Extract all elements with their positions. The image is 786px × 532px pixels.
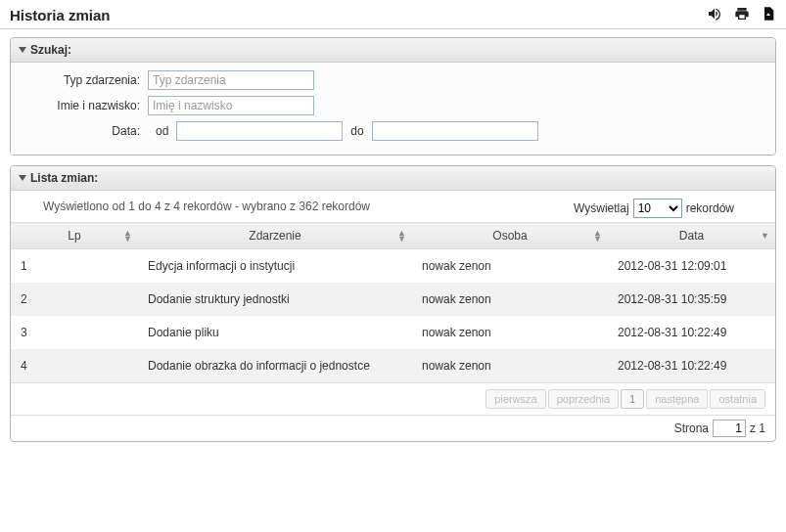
- cell-date: 2012-08-31 10:22:49: [608, 349, 775, 382]
- cell-event: Dodanie pliku: [138, 316, 412, 349]
- page-header: Historia zmian: [0, 0, 786, 29]
- cell-lp: 3: [11, 316, 138, 349]
- cell-person: nowak zenon: [412, 349, 608, 382]
- search-panel: Szukaj: Typ zdarzenia: Imie i nazwisko: …: [10, 37, 776, 155]
- page-info: Strona z 1: [11, 415, 775, 441]
- pager-next[interactable]: następna: [646, 389, 708, 409]
- sort-icon: ▲▼: [397, 230, 406, 243]
- sort-icon: ▲▼: [593, 230, 602, 243]
- page-size-control: Wyświetlaj 10 rekordów: [574, 199, 763, 218]
- event-type-input[interactable]: [148, 70, 314, 90]
- pager-prev[interactable]: poprzednia: [548, 389, 619, 409]
- print-icon[interactable]: [733, 6, 751, 24]
- date-from-input[interactable]: [176, 121, 343, 141]
- date-to-input[interactable]: [372, 121, 538, 141]
- page-info-prefix: Strona: [674, 421, 709, 435]
- pager-last[interactable]: ostatnia: [710, 389, 765, 409]
- sort-desc-icon: ▼: [761, 231, 769, 241]
- page-title: Historia zmian: [10, 7, 111, 23]
- collapse-icon: [19, 175, 26, 181]
- list-panel-header[interactable]: Lista zmian:: [11, 166, 775, 191]
- pdf-icon[interactable]: [761, 6, 776, 24]
- page-info-suffix: z 1: [750, 421, 765, 435]
- list-panel: Lista zmian: Wyświetlono od 1 do 4 z 4 r…: [10, 165, 776, 442]
- name-label: Imie i nazwisko:: [21, 99, 148, 112]
- cell-lp: 4: [11, 349, 138, 382]
- changes-table: Lp ▲▼ Zdarzenie ▲▼ Osoba ▲▼ Data: [11, 222, 775, 382]
- page-size-suffix: rekordów: [686, 201, 734, 215]
- page-size-prefix: Wyświetlaj: [574, 201, 629, 215]
- cell-lp: 2: [11, 283, 138, 316]
- header-actions: [706, 6, 776, 24]
- cell-date: 2012-08-31 10:22:49: [608, 316, 775, 349]
- table-row: 1Edycja informacji o instytucjinowak zen…: [11, 249, 775, 284]
- records-info: Wyświetlono od 1 do 4 z 4 rekordów - wyb…: [40, 199, 373, 215]
- search-panel-header[interactable]: Szukaj:: [11, 38, 775, 63]
- page-size-select[interactable]: 10: [633, 199, 682, 218]
- cell-lp: 1: [11, 249, 138, 284]
- date-to-label: do: [343, 124, 371, 138]
- cell-date: 2012-08-31 12:09:01: [608, 249, 775, 284]
- table-row: 2Dodanie struktury jednostkinowak zenon2…: [11, 283, 775, 316]
- date-label: Data:: [21, 124, 148, 138]
- table-row: 4Dodanie obrazka do informacji o jednost…: [11, 349, 775, 382]
- pager: pierwsza poprzednia 1 następna ostatnia: [11, 382, 775, 415]
- pager-current[interactable]: 1: [621, 389, 644, 409]
- page-number-input[interactable]: [713, 420, 746, 437]
- sort-icon: ▲▼: [123, 230, 132, 243]
- cell-event: Edycja informacji o instytucji: [138, 249, 412, 284]
- col-lp[interactable]: Lp ▲▼: [11, 223, 138, 249]
- cell-person: nowak zenon: [412, 316, 608, 349]
- collapse-icon: [19, 47, 26, 53]
- list-panel-title: Lista zmian:: [30, 171, 98, 185]
- sound-icon[interactable]: [706, 6, 723, 24]
- cell-event: Dodanie obrazka do informacji o jednostc…: [138, 349, 412, 382]
- pager-first[interactable]: pierwsza: [485, 389, 545, 409]
- col-event[interactable]: Zdarzenie ▲▼: [138, 223, 412, 249]
- cell-event: Dodanie struktury jednostki: [138, 283, 412, 316]
- name-input[interactable]: [148, 96, 314, 115]
- cell-person: nowak zenon: [412, 283, 608, 316]
- col-date[interactable]: Data ▼: [608, 223, 775, 249]
- cell-date: 2012-08-31 10:35:59: [608, 283, 775, 316]
- cell-person: nowak zenon: [412, 249, 608, 284]
- search-panel-title: Szukaj:: [30, 43, 71, 57]
- event-type-label: Typ zdarzenia:: [21, 73, 148, 87]
- col-person[interactable]: Osoba ▲▼: [412, 223, 608, 249]
- table-row: 3Dodanie plikunowak zenon2012-08-31 10:2…: [11, 316, 775, 349]
- date-from-label: od: [148, 124, 176, 138]
